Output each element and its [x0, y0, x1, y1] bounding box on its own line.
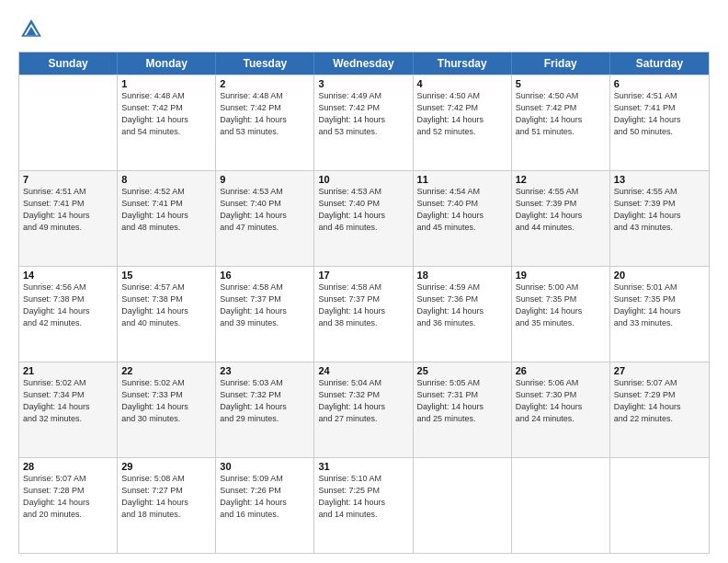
day-number: 15 [121, 270, 211, 281]
cell-info: Sunrise: 4:55 AMSunset: 7:39 PMDaylight:… [614, 186, 705, 234]
calendar-cell-16: 16Sunrise: 4:58 AMSunset: 7:37 PMDayligh… [216, 267, 314, 362]
day-number: 10 [318, 174, 408, 185]
calendar-cell-3: 3Sunrise: 4:49 AMSunset: 7:42 PMDaylight… [314, 75, 413, 170]
cell-info: Sunrise: 4:49 AMSunset: 7:42 PMDaylight:… [318, 90, 408, 138]
cell-info: Sunrise: 4:48 AMSunset: 7:42 PMDaylight:… [121, 90, 211, 138]
calendar-cell-empty [610, 458, 709, 553]
calendar-cell-8: 8Sunrise: 4:52 AMSunset: 7:41 PMDaylight… [118, 171, 216, 266]
calendar-cell-31: 31Sunrise: 5:10 AMSunset: 7:25 PMDayligh… [314, 458, 413, 553]
calendar-cell-empty [414, 458, 512, 553]
calendar-cell-23: 23Sunrise: 5:03 AMSunset: 7:32 PMDayligh… [216, 362, 314, 457]
day-number: 9 [220, 174, 310, 185]
calendar-cell-5: 5Sunrise: 4:50 AMSunset: 7:42 PMDaylight… [512, 75, 610, 170]
calendar-cell-29: 29Sunrise: 5:08 AMSunset: 7:27 PMDayligh… [118, 458, 216, 553]
cell-info: Sunrise: 5:01 AMSunset: 7:35 PMDaylight:… [614, 282, 705, 329]
day-number: 18 [417, 270, 507, 281]
calendar-row-3: 14Sunrise: 4:56 AMSunset: 7:38 PMDayligh… [19, 266, 709, 362]
cell-info: Sunrise: 4:59 AMSunset: 7:36 PMDaylight:… [417, 282, 507, 329]
calendar-body: 1Sunrise: 4:48 AMSunset: 7:42 PMDaylight… [19, 75, 709, 553]
weekday-header-monday: Monday [118, 52, 216, 75]
calendar-cell-6: 6Sunrise: 4:51 AMSunset: 7:41 PMDaylight… [610, 75, 709, 170]
calendar-cell-12: 12Sunrise: 4:55 AMSunset: 7:39 PMDayligh… [512, 171, 610, 266]
weekday-header-tuesday: Tuesday [216, 52, 314, 75]
cell-info: Sunrise: 4:48 AMSunset: 7:42 PMDaylight:… [220, 90, 310, 138]
calendar-cell-20: 20Sunrise: 5:01 AMSunset: 7:35 PMDayligh… [610, 267, 709, 362]
cell-info: Sunrise: 5:07 AMSunset: 7:29 PMDaylight:… [614, 377, 705, 425]
cell-info: Sunrise: 5:07 AMSunset: 7:28 PMDaylight:… [23, 473, 113, 521]
calendar-row-5: 28Sunrise: 5:07 AMSunset: 7:28 PMDayligh… [19, 457, 709, 553]
day-number: 12 [516, 174, 606, 185]
day-number: 7 [23, 174, 113, 185]
calendar-row-1: 1Sunrise: 4:48 AMSunset: 7:42 PMDaylight… [19, 75, 709, 170]
calendar-cell-11: 11Sunrise: 4:54 AMSunset: 7:40 PMDayligh… [414, 171, 512, 266]
day-number: 2 [220, 78, 310, 89]
day-number: 5 [516, 78, 606, 89]
day-number: 24 [318, 365, 408, 376]
header [18, 17, 710, 42]
calendar-cell-30: 30Sunrise: 5:09 AMSunset: 7:26 PMDayligh… [216, 458, 314, 553]
day-number: 6 [614, 78, 705, 89]
calendar-cell-9: 9Sunrise: 4:53 AMSunset: 7:40 PMDaylight… [216, 171, 314, 266]
day-number: 29 [121, 461, 211, 472]
day-number: 19 [516, 270, 606, 281]
cell-info: Sunrise: 5:04 AMSunset: 7:32 PMDaylight:… [318, 377, 408, 425]
day-number: 21 [23, 365, 113, 376]
weekday-header-thursday: Thursday [414, 52, 512, 75]
cell-info: Sunrise: 5:08 AMSunset: 7:27 PMDaylight:… [121, 473, 211, 521]
calendar-cell-17: 17Sunrise: 4:58 AMSunset: 7:37 PMDayligh… [314, 267, 413, 362]
cell-info: Sunrise: 5:05 AMSunset: 7:31 PMDaylight:… [417, 377, 507, 425]
cell-info: Sunrise: 4:57 AMSunset: 7:38 PMDaylight:… [121, 282, 211, 329]
weekday-header-wednesday: Wednesday [314, 52, 413, 75]
calendar-cell-26: 26Sunrise: 5:06 AMSunset: 7:30 PMDayligh… [512, 362, 610, 457]
cell-info: Sunrise: 4:58 AMSunset: 7:37 PMDaylight:… [220, 282, 310, 329]
calendar-cell-2: 2Sunrise: 4:48 AMSunset: 7:42 PMDaylight… [216, 75, 314, 170]
day-number: 31 [318, 461, 408, 472]
cell-info: Sunrise: 4:51 AMSunset: 7:41 PMDaylight:… [614, 90, 705, 138]
calendar-cell-4: 4Sunrise: 4:50 AMSunset: 7:42 PMDaylight… [414, 75, 512, 170]
calendar-cell-19: 19Sunrise: 5:00 AMSunset: 7:35 PMDayligh… [512, 267, 610, 362]
calendar-row-4: 21Sunrise: 5:02 AMSunset: 7:34 PMDayligh… [19, 362, 709, 457]
cell-info: Sunrise: 4:55 AMSunset: 7:39 PMDaylight:… [516, 186, 606, 234]
cell-info: Sunrise: 4:50 AMSunset: 7:42 PMDaylight:… [417, 90, 507, 138]
calendar-cell-21: 21Sunrise: 5:02 AMSunset: 7:34 PMDayligh… [19, 362, 118, 457]
cell-info: Sunrise: 4:52 AMSunset: 7:41 PMDaylight:… [121, 186, 211, 234]
day-number: 16 [220, 270, 310, 281]
calendar-cell-empty [512, 458, 610, 553]
cell-info: Sunrise: 5:02 AMSunset: 7:34 PMDaylight:… [23, 377, 113, 425]
day-number: 23 [220, 365, 310, 376]
calendar-row-2: 7Sunrise: 4:51 AMSunset: 7:41 PMDaylight… [19, 170, 709, 266]
calendar-cell-13: 13Sunrise: 4:55 AMSunset: 7:39 PMDayligh… [610, 171, 709, 266]
day-number: 3 [318, 78, 408, 89]
day-number: 27 [614, 365, 705, 376]
calendar-cell-14: 14Sunrise: 4:56 AMSunset: 7:38 PMDayligh… [19, 267, 118, 362]
cell-info: Sunrise: 4:53 AMSunset: 7:40 PMDaylight:… [220, 186, 310, 234]
cell-info: Sunrise: 4:53 AMSunset: 7:40 PMDaylight:… [318, 186, 408, 234]
day-number: 8 [121, 174, 211, 185]
calendar-cell-empty [19, 75, 118, 170]
cell-info: Sunrise: 4:54 AMSunset: 7:40 PMDaylight:… [417, 186, 507, 234]
weekday-header-saturday: Saturday [610, 52, 709, 75]
calendar-cell-24: 24Sunrise: 5:04 AMSunset: 7:32 PMDayligh… [314, 362, 413, 457]
calendar-cell-28: 28Sunrise: 5:07 AMSunset: 7:28 PMDayligh… [19, 458, 118, 553]
calendar-cell-7: 7Sunrise: 4:51 AMSunset: 7:41 PMDaylight… [19, 171, 118, 266]
day-number: 4 [417, 78, 507, 89]
day-number: 25 [417, 365, 507, 376]
calendar-cell-10: 10Sunrise: 4:53 AMSunset: 7:40 PMDayligh… [314, 171, 413, 266]
cell-info: Sunrise: 5:09 AMSunset: 7:26 PMDaylight:… [220, 473, 310, 521]
calendar-cell-25: 25Sunrise: 5:05 AMSunset: 7:31 PMDayligh… [414, 362, 512, 457]
page: SundayMondayTuesdayWednesdayThursdayFrid… [0, 0, 728, 563]
cell-info: Sunrise: 4:58 AMSunset: 7:37 PMDaylight:… [318, 282, 408, 329]
day-number: 26 [516, 365, 606, 376]
day-number: 28 [23, 461, 113, 472]
cell-info: Sunrise: 5:06 AMSunset: 7:30 PMDaylight:… [516, 377, 606, 425]
cell-info: Sunrise: 5:03 AMSunset: 7:32 PMDaylight:… [220, 377, 310, 425]
generalblue-icon [18, 17, 44, 42]
calendar-cell-27: 27Sunrise: 5:07 AMSunset: 7:29 PMDayligh… [610, 362, 709, 457]
cell-info: Sunrise: 4:56 AMSunset: 7:38 PMDaylight:… [23, 282, 113, 329]
day-number: 13 [614, 174, 705, 185]
day-number: 22 [121, 365, 211, 376]
day-number: 30 [220, 461, 310, 472]
cell-info: Sunrise: 5:10 AMSunset: 7:25 PMDaylight:… [318, 473, 408, 521]
cell-info: Sunrise: 5:00 AMSunset: 7:35 PMDaylight:… [516, 282, 606, 329]
weekday-header-sunday: Sunday [19, 52, 118, 75]
